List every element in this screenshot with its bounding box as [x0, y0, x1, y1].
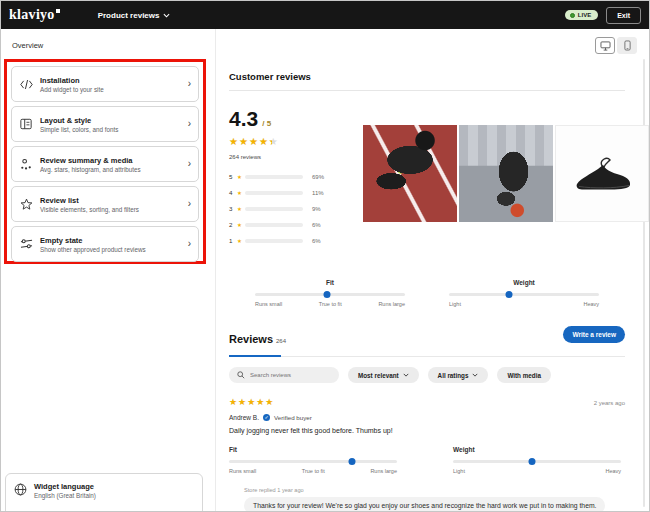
histogram-percent: 6%	[312, 238, 330, 244]
chevron-right-icon: ›	[188, 199, 191, 209]
search-reviews-input[interactable]	[250, 372, 330, 378]
ratings-filter-dropdown[interactable]: All ratings	[428, 367, 489, 383]
layout-icon	[19, 117, 33, 131]
review-author: Andrew B.	[229, 414, 259, 421]
chevron-right-icon: ›	[188, 239, 191, 249]
search-reviews-field[interactable]	[229, 367, 339, 383]
histogram-bar-track	[245, 191, 303, 195]
rating-out-of: / 5	[262, 119, 271, 128]
annotation-highlight-box: Installation Add widget to your site › L…	[4, 59, 206, 264]
product-photo-2[interactable]	[459, 125, 553, 222]
exit-button[interactable]: Exit	[606, 7, 641, 24]
top-bar: klaviyo Product reviews LIVE Exit	[1, 1, 649, 29]
star-icon: ★	[237, 238, 245, 244]
histogram-star-count: 3	[229, 205, 237, 212]
phone-icon	[624, 40, 631, 51]
histogram-star-count: 5	[229, 173, 237, 180]
histogram-row[interactable]: 2★ 6%	[229, 221, 347, 228]
histogram-row[interactable]: 5★ 69%	[229, 173, 347, 180]
globe-icon	[13, 482, 27, 496]
sort-dropdown-label: Most relevant	[358, 372, 399, 379]
sidebar-item-title: Layout & style	[40, 116, 118, 125]
sidebar-item-subtitle: Add widget to your site	[40, 86, 104, 93]
attribute-max-label: Runs large	[370, 468, 397, 474]
chevron-down-icon	[163, 13, 170, 18]
ratings-filter-label: All ratings	[438, 372, 469, 379]
average-rating-value: 4.3	[229, 107, 258, 131]
mobile-view-button[interactable]	[617, 37, 637, 54]
review-weight-attribute: Weight Light Heavy	[453, 446, 621, 474]
product-photo-1[interactable]	[363, 125, 457, 222]
histogram-row[interactable]: 3★ 9%	[229, 205, 347, 212]
klaviyo-logo-text: klaviyo	[9, 7, 55, 23]
review-attributes: Fit Runs small True to fit Runs large We…	[229, 446, 625, 474]
write-review-button[interactable]: Write a review	[563, 326, 625, 343]
sidebar: Overview Installation Add widget to your…	[1, 29, 216, 511]
sidebar-item-subtitle: Visible elements, sorting, and filters	[40, 206, 139, 213]
with-media-filter[interactable]: With media	[497, 367, 551, 383]
klaviyo-logo-mark-icon	[56, 9, 60, 13]
store-reply: Store replied 1 year ago Thanks for your…	[244, 487, 625, 512]
sidebar-item-layout-style[interactable]: Layout & style Simple list, colors, and …	[11, 106, 199, 142]
sidebar-item-review-list[interactable]: Review list Visible elements, sorting, a…	[11, 186, 199, 222]
attribute-label: Fit	[229, 446, 397, 453]
attribute-max-label: Heavy	[583, 301, 599, 307]
sidebar-item-installation[interactable]: Installation Add widget to your site ›	[11, 66, 199, 102]
attribute-max-label: Runs large	[378, 301, 405, 307]
fit-slider-track	[255, 293, 405, 296]
tab-reviews[interactable]: Reviews 264	[229, 333, 286, 345]
weight-attribute: Weight Light Heavy	[449, 279, 599, 307]
summary-section: 4.3 / 5 ★★★★★★★★★★ 264 reviews 5★ 69%	[229, 101, 625, 253]
review-weight-slider-dot[interactable]	[528, 458, 535, 465]
attribute-min-label: Light	[449, 301, 461, 307]
histogram-bar-track	[245, 175, 303, 179]
chevron-right-icon: ›	[188, 119, 191, 129]
sidebar-item-empty-state[interactable]: Empty state Show other approved product …	[11, 226, 199, 262]
product-menu-label: Product reviews	[98, 11, 160, 20]
review-count-link[interactable]: 264 reviews	[229, 154, 347, 160]
weight-slider-dot[interactable]	[506, 291, 513, 298]
review-item: ★★★★★★★★★★ 2 years ago Andrew B. ✓ Verif…	[229, 398, 625, 512]
store-reply-text: Thanks for your review! We're so glad yo…	[244, 497, 605, 512]
chevron-right-icon: ›	[188, 159, 191, 169]
product-photo-3[interactable]	[555, 125, 649, 222]
average-star-rating: ★★★★★★★★★★	[229, 137, 279, 147]
device-toggle	[595, 37, 637, 54]
review-media-strip	[363, 125, 649, 253]
review-fit-slider-dot[interactable]	[348, 458, 355, 465]
chevron-right-icon: ›	[188, 79, 191, 89]
attribute-mid-label: True to fit	[302, 468, 325, 474]
histogram-star-count: 4	[229, 189, 237, 196]
sliders-icon	[19, 237, 33, 251]
sidebar-item-subtitle: Show other approved product reviews	[40, 246, 146, 253]
fit-slider-dot[interactable]	[324, 291, 331, 298]
live-label: LIVE	[578, 12, 591, 18]
sidebar-item-title: Review list	[40, 196, 139, 205]
review-weight-slider-track	[453, 460, 621, 463]
histogram-bar-track	[245, 239, 303, 243]
attribute-label: Weight	[449, 279, 599, 286]
monitor-icon	[600, 41, 611, 51]
sidebar-header: Overview	[1, 29, 215, 50]
sort-dropdown[interactable]: Most relevant	[348, 367, 419, 383]
active-tab-underline	[229, 355, 281, 357]
attribute-mid-label: True to fit	[319, 301, 342, 307]
histogram-row[interactable]: 4★ 11%	[229, 189, 347, 196]
sidebar-item-review-summary[interactable]: Review summary & media Avg. stars, histo…	[11, 146, 199, 182]
review-filters: Most relevant All ratings With media	[229, 367, 625, 383]
widget-language-card[interactable]: Widget language English (Great Britain)	[5, 473, 203, 512]
histogram-star-count: 1	[229, 237, 237, 244]
attribute-min-label: Runs small	[229, 468, 256, 474]
rating-histogram: 5★ 69% 4★ 11% 3★ 9%	[229, 173, 347, 244]
product-reviews-menu[interactable]: Product reviews	[98, 11, 171, 20]
sidebar-item-title: Review summary & media	[40, 156, 141, 165]
attribute-label: Weight	[453, 446, 621, 453]
klaviyo-logo: klaviyo	[9, 7, 60, 23]
review-fit-attribute: Fit Runs small True to fit Runs large	[229, 446, 397, 474]
star-icon: ★	[237, 174, 245, 180]
histogram-row[interactable]: 1★ 6%	[229, 237, 347, 244]
desktop-view-button[interactable]	[595, 37, 615, 54]
review-fit-slider-track	[229, 460, 397, 463]
sidebar-item-subtitle: Simple list, colors, and fonts	[40, 126, 118, 133]
star-outline-icon	[19, 197, 33, 211]
